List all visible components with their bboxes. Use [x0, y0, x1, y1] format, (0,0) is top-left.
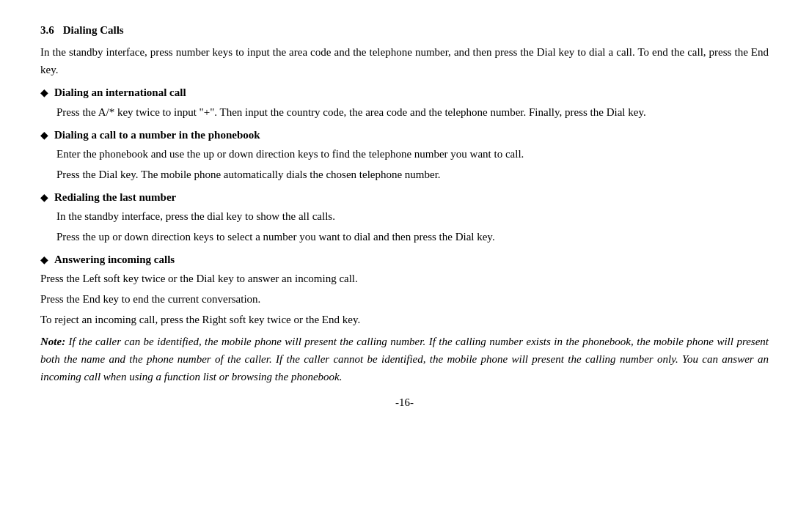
bullet-phonebook: ◆ Dialing a call to a number in the phon…	[40, 127, 769, 144]
bullet-label-3: Redialing the last number	[54, 189, 176, 206]
intro-paragraph: In the standby interface, press number k…	[40, 43, 769, 78]
bullet-answering: ◆ Answering incoming calls	[40, 251, 769, 268]
bullet-label-2: Dialing a call to a number in the phoneb…	[54, 127, 260, 144]
bullet-label-1: Dialing an international call	[54, 84, 186, 101]
bullet-3-para-2: Press the up or down direction keys to s…	[56, 228, 769, 245]
note-text-content: If the caller can be identified, the mob…	[40, 336, 769, 383]
page-number: -16-	[40, 394, 769, 411]
bullet-international: ◆ Dialing an international call	[40, 84, 769, 101]
bullet-label-4: Answering incoming calls	[54, 251, 175, 268]
section-heading: 3.6Dialing Calls	[40, 22, 769, 39]
bullet-2-para-1: Enter the phonebook and use the up or do…	[56, 145, 769, 163]
bullet-redial: ◆ Redialing the last number	[40, 189, 769, 206]
note-paragraph: Note: If the caller can be identified, t…	[40, 333, 769, 385]
note-bold-label: Note:	[40, 336, 65, 347]
section-title: Dialing Calls	[63, 24, 124, 36]
bullet-2-para-2: Press the Dial key. The mobile phone aut…	[56, 166, 769, 183]
bullet-3-para-1: In the standby interface, press the dial…	[56, 207, 769, 225]
page-content: 3.6Dialing Calls In the standby interfac…	[0, 0, 809, 532]
answering-line-2: Press the End key to end the current con…	[40, 290, 769, 308]
answering-line-3: To reject an incoming call, press the Ri…	[40, 311, 769, 328]
diamond-icon-4: ◆	[40, 252, 48, 268]
diamond-icon-1: ◆	[40, 85, 48, 101]
diamond-icon-2: ◆	[40, 128, 48, 144]
section-number: 3.6	[40, 24, 54, 36]
answering-line-1: Press the Left soft key twice or the Dia…	[40, 270, 769, 287]
diamond-icon-3: ◆	[40, 190, 48, 206]
bullet-1-para-1: Press the A/* key twice to input "+". Th…	[56, 103, 769, 121]
